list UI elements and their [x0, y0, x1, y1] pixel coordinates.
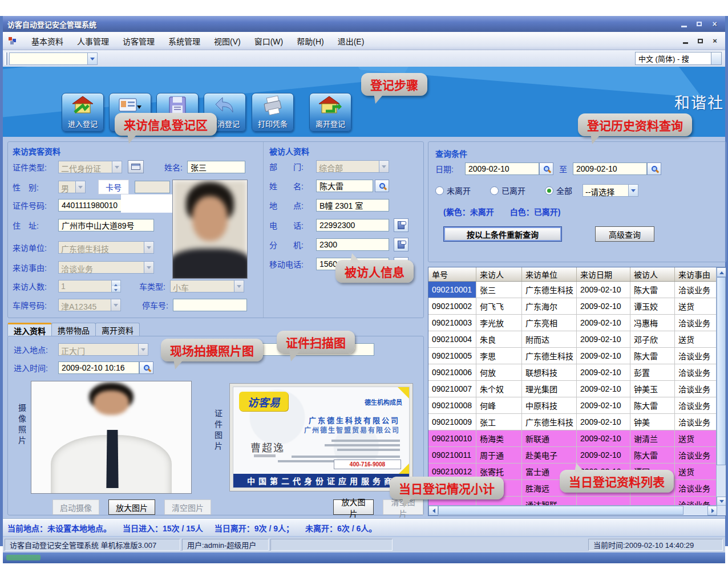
dept-combo[interactable]: 综合部 [316, 160, 389, 173]
close-icon[interactable]: × [709, 19, 721, 29]
advanced-query-button[interactable]: 高级查询 [595, 226, 654, 242]
table-cell[interactable]: 朱个奴 [476, 381, 522, 397]
table-cell[interactable]: 090210010 [428, 430, 476, 446]
menu-item-hr[interactable]: 人事管理 [70, 33, 116, 49]
scroll-right-icon[interactable] [707, 506, 717, 515]
plate-combo[interactable]: 津A12345 [58, 299, 121, 311]
table-row[interactable]: 090210003李光放广东亮相2009-02-10冯惠梅洽谈业务 [428, 315, 726, 331]
tab-entry-info[interactable]: 进入资料 [7, 323, 52, 336]
radio-all[interactable] [545, 186, 553, 195]
quick-combo[interactable] [9, 52, 98, 65]
chevron-down-icon[interactable] [75, 181, 85, 193]
parking-input[interactable] [173, 299, 247, 311]
table-row[interactable]: 090210001张三广东德生科技2009-02-10陈大雷洽谈业务 [428, 282, 726, 298]
column-header[interactable]: 单号 [428, 267, 476, 281]
chevron-down-icon[interactable] [112, 161, 122, 173]
language-bar[interactable]: 中文 (简体) - 搜 [635, 52, 722, 65]
card-no-input[interactable] [135, 181, 170, 193]
vscroll-thumb[interactable] [717, 277, 726, 465]
table-cell[interactable]: 陈大雷 [630, 397, 675, 413]
table-cell[interactable]: 广东亮相 [522, 315, 577, 331]
table-cell[interactable]: 090210005 [428, 348, 476, 364]
minimize-icon[interactable] [678, 19, 690, 29]
date-from-picker-button[interactable] [539, 162, 553, 175]
clear-photo-button[interactable]: 清空图片 [164, 499, 211, 515]
menu-item-help[interactable]: 帮助(H) [290, 33, 330, 49]
table-cell[interactable]: 理光集团 [522, 381, 577, 397]
host-search-button[interactable] [375, 180, 389, 192]
table-cell[interactable]: 新联通 [522, 430, 577, 446]
table-cell[interactable]: 李思 [476, 348, 522, 364]
chevron-down-icon[interactable] [711, 52, 721, 64]
gender-combo[interactable]: 男 [58, 181, 86, 193]
table-cell[interactable]: 090210011 [428, 447, 476, 463]
visit-company-combo[interactable]: 广东德生科技 [58, 241, 154, 254]
restore-icon[interactable] [693, 19, 705, 29]
table-cell[interactable]: 洽谈业务 [675, 397, 717, 413]
entry-location-combo[interactable]: 正大门 [58, 343, 148, 356]
table-cell[interactable]: 2009-02-10 [577, 397, 630, 413]
table-cell[interactable]: 杨海类 [476, 430, 522, 446]
table-row[interactable]: 090210008何峰中原科技2009-02-10陈大雷洽谈业务 [428, 397, 726, 414]
table-cell[interactable]: 钟美 [630, 414, 675, 430]
table-cell[interactable]: 何飞飞 [476, 298, 522, 314]
table-cell[interactable]: 送货 [675, 430, 717, 446]
leave-register-button[interactable]: 离开登记 [309, 93, 351, 132]
table-cell[interactable]: 090210006 [428, 364, 476, 380]
table-cell[interactable]: 2009-02-10 [577, 447, 630, 463]
table-cell[interactable]: 中原科技 [522, 397, 577, 413]
table-cell[interactable]: 陈大雷 [630, 282, 675, 298]
table-cell[interactable]: 2009-02-10 [577, 364, 630, 380]
mdi-restore-icon[interactable] [695, 36, 705, 45]
chevron-down-icon[interactable] [144, 242, 153, 253]
table-row[interactable]: 090210007朱个奴理光集团2009-02-10钟美玉洽谈业务 [428, 381, 726, 397]
entry-time-input[interactable] [58, 361, 139, 374]
table-hscrollbar[interactable] [428, 505, 726, 515]
vehicle-type-combo[interactable]: 小车 [170, 280, 244, 292]
chevron-down-icon[interactable] [144, 262, 153, 273]
table-cell[interactable]: 洽谈业务 [675, 348, 717, 364]
table-cell[interactable]: 2009-02-10 [577, 414, 630, 430]
table-row[interactable]: 090210002何飞飞广东海尔2009-02-10谭玉姣送货 [428, 298, 726, 315]
table-cell[interactable]: 广东海尔 [522, 298, 577, 314]
table-cell[interactable]: 送货 [675, 298, 717, 314]
scroll-left-icon[interactable] [428, 506, 438, 515]
table-cell[interactable]: 张工 [476, 414, 522, 430]
requery-button[interactable]: 按以上条件重新查询 [443, 226, 562, 242]
table-row[interactable]: 090210005李思广东德生科技2009-02-10陈大雷洽谈业务 [428, 348, 726, 364]
table-cell[interactable]: 谢清兰 [630, 430, 675, 446]
table-cell[interactable]: 洽谈业务 [675, 381, 717, 397]
chevron-down-icon[interactable] [379, 161, 389, 172]
spin-down-icon[interactable] [112, 286, 120, 292]
table-cell[interactable]: 李光放 [476, 315, 522, 331]
visitor-name-input[interactable] [187, 161, 245, 173]
host-name-input[interactable] [316, 180, 373, 192]
menu-item-window[interactable]: 窗口(W) [248, 33, 290, 49]
chevron-down-icon[interactable] [111, 299, 120, 311]
mdi-close-icon[interactable]: × [710, 36, 719, 45]
table-cell[interactable]: 洽谈业务 [675, 315, 717, 331]
table-cell[interactable]: 洽谈业务 [675, 364, 717, 380]
table-cell[interactable]: 2009-02-10 [577, 315, 630, 331]
cert-type-combo[interactable]: 二代身份证 [58, 161, 122, 173]
table-cell[interactable]: 张三 [476, 282, 522, 298]
menu-item-visitor[interactable]: 访客管理 [116, 33, 161, 49]
filter-combo[interactable]: --请选择 [583, 184, 638, 197]
table-cell[interactable]: 090210001 [428, 282, 476, 298]
column-header[interactable]: 被访人 [630, 267, 675, 281]
date-from-input[interactable] [465, 162, 539, 175]
table-cell[interactable]: 送货 [675, 464, 717, 479]
table-cell[interactable]: 赴美电子 [522, 447, 577, 463]
chevron-down-icon[interactable] [138, 344, 148, 355]
table-row[interactable]: 090210010杨海类新联通2009-02-10谢清兰送货 [428, 430, 726, 447]
table-cell[interactable]: 广东德生科技 [522, 282, 577, 298]
table-row[interactable]: 090210004朱良附而达2009-02-10邓子欣送货 [428, 331, 726, 348]
table-cell[interactable]: 2009-02-10 [577, 331, 630, 347]
date-to-input[interactable] [573, 162, 647, 175]
table-cell[interactable]: 090210007 [428, 381, 476, 397]
location-input[interactable] [316, 199, 389, 212]
enter-register-button[interactable]: 进入登记 [62, 93, 104, 132]
menu-item-basic[interactable]: 基本资料 [25, 33, 70, 49]
table-cell[interactable]: 联想科技 [522, 364, 577, 380]
table-cell[interactable]: 090210003 [428, 315, 476, 331]
